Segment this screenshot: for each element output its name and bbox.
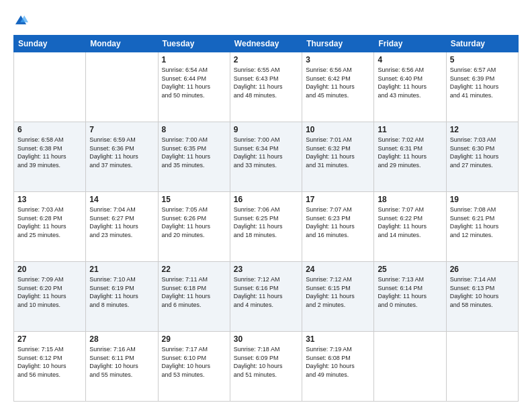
calendar-cell: 24Sunrise: 7:12 AM Sunset: 6:15 PM Dayli… [302, 262, 374, 332]
day-number: 7 [89, 125, 154, 134]
day-number: 25 [378, 265, 442, 274]
day-number: 12 [450, 125, 515, 134]
day-of-week-header: Thursday [302, 36, 374, 52]
day-detail: Sunrise: 7:04 AM Sunset: 6:27 PM Dayligh… [89, 205, 154, 239]
calendar-cell: 11Sunrise: 7:02 AM Sunset: 6:31 PM Dayli… [374, 122, 446, 192]
calendar-cell: 21Sunrise: 7:10 AM Sunset: 6:19 PM Dayli… [86, 262, 158, 332]
day-detail: Sunrise: 7:02 AM Sunset: 6:31 PM Dayligh… [378, 136, 442, 169]
day-number: 1 [162, 55, 226, 64]
day-number: 2 [234, 55, 298, 64]
header [13, 12, 519, 28]
day-detail: Sunrise: 7:07 AM Sunset: 6:22 PM Dayligh… [378, 205, 442, 239]
day-number: 20 [17, 265, 82, 274]
calendar-cell: 23Sunrise: 7:12 AM Sunset: 6:16 PM Dayli… [230, 262, 302, 332]
day-number: 5 [450, 55, 515, 64]
day-number: 11 [378, 125, 442, 134]
day-number: 14 [89, 195, 154, 204]
calendar-cell: 7Sunrise: 6:59 AM Sunset: 6:36 PM Daylig… [86, 122, 158, 192]
calendar-cell: 20Sunrise: 7:09 AM Sunset: 6:20 PM Dayli… [14, 262, 86, 332]
day-detail: Sunrise: 7:13 AM Sunset: 6:14 PM Dayligh… [378, 275, 442, 309]
day-number: 23 [234, 265, 298, 274]
calendar-cell [86, 52, 158, 122]
day-of-week-header: Wednesday [230, 36, 302, 52]
calendar-cell: 6Sunrise: 6:58 AM Sunset: 6:38 PM Daylig… [14, 122, 86, 192]
day-detail: Sunrise: 6:59 AM Sunset: 6:36 PM Dayligh… [89, 136, 154, 169]
day-number: 18 [378, 195, 442, 204]
day-detail: Sunrise: 6:54 AM Sunset: 6:44 PM Dayligh… [162, 66, 226, 99]
calendar-cell [374, 332, 446, 402]
day-detail: Sunrise: 7:17 AM Sunset: 6:10 PM Dayligh… [162, 345, 226, 379]
day-number: 30 [234, 334, 298, 344]
day-of-week-header: Sunday [14, 36, 86, 52]
calendar-cell: 5Sunrise: 6:57 AM Sunset: 6:39 PM Daylig… [446, 52, 518, 122]
calendar-week-row: 13Sunrise: 7:03 AM Sunset: 6:28 PM Dayli… [14, 192, 519, 262]
day-number: 21 [89, 265, 154, 274]
calendar-cell: 22Sunrise: 7:11 AM Sunset: 6:18 PM Dayli… [158, 262, 230, 332]
calendar-cell: 15Sunrise: 7:05 AM Sunset: 6:26 PM Dayli… [158, 192, 230, 262]
day-detail: Sunrise: 7:03 AM Sunset: 6:30 PM Dayligh… [450, 136, 515, 169]
calendar-cell: 14Sunrise: 7:04 AM Sunset: 6:27 PM Dayli… [86, 192, 158, 262]
day-detail: Sunrise: 7:01 AM Sunset: 6:32 PM Dayligh… [306, 136, 370, 169]
calendar-cell: 8Sunrise: 7:00 AM Sunset: 6:35 PM Daylig… [158, 122, 230, 192]
day-number: 31 [306, 334, 370, 344]
calendar-cell: 19Sunrise: 7:08 AM Sunset: 6:21 PM Dayli… [446, 192, 518, 262]
calendar-week-row: 20Sunrise: 7:09 AM Sunset: 6:20 PM Dayli… [14, 262, 519, 332]
calendar-week-row: 27Sunrise: 7:15 AM Sunset: 6:12 PM Dayli… [14, 332, 519, 402]
day-detail: Sunrise: 7:06 AM Sunset: 6:25 PM Dayligh… [234, 205, 298, 239]
day-detail: Sunrise: 7:16 AM Sunset: 6:11 PM Dayligh… [89, 345, 154, 379]
day-number: 19 [450, 195, 515, 204]
day-detail: Sunrise: 7:19 AM Sunset: 6:08 PM Dayligh… [306, 345, 370, 379]
day-number: 13 [17, 195, 82, 204]
calendar-cell: 31Sunrise: 7:19 AM Sunset: 6:08 PM Dayli… [302, 332, 374, 402]
day-detail: Sunrise: 7:05 AM Sunset: 6:26 PM Dayligh… [162, 205, 226, 239]
day-detail: Sunrise: 7:03 AM Sunset: 6:28 PM Dayligh… [17, 205, 82, 239]
calendar-cell: 3Sunrise: 6:56 AM Sunset: 6:42 PM Daylig… [302, 52, 374, 122]
calendar-cell: 12Sunrise: 7:03 AM Sunset: 6:30 PM Dayli… [446, 122, 518, 192]
day-number: 8 [162, 125, 226, 134]
calendar-cell [14, 52, 86, 122]
calendar-week-row: 6Sunrise: 6:58 AM Sunset: 6:38 PM Daylig… [14, 122, 519, 192]
calendar-cell: 16Sunrise: 7:06 AM Sunset: 6:25 PM Dayli… [230, 192, 302, 262]
day-detail: Sunrise: 7:09 AM Sunset: 6:20 PM Dayligh… [17, 275, 82, 309]
calendar-cell [446, 332, 518, 402]
day-detail: Sunrise: 6:58 AM Sunset: 6:38 PM Dayligh… [17, 136, 82, 169]
day-detail: Sunrise: 7:11 AM Sunset: 6:18 PM Dayligh… [162, 275, 226, 309]
day-of-week-header: Monday [86, 36, 158, 52]
calendar-header-row: SundayMondayTuesdayWednesdayThursdayFrid… [14, 36, 519, 52]
calendar-cell: 1Sunrise: 6:54 AM Sunset: 6:44 PM Daylig… [158, 52, 230, 122]
day-detail: Sunrise: 7:10 AM Sunset: 6:19 PM Dayligh… [89, 275, 154, 309]
day-detail: Sunrise: 7:15 AM Sunset: 6:12 PM Dayligh… [17, 345, 82, 379]
calendar-cell: 13Sunrise: 7:03 AM Sunset: 6:28 PM Dayli… [14, 192, 86, 262]
day-number: 9 [234, 125, 298, 134]
day-detail: Sunrise: 7:00 AM Sunset: 6:35 PM Dayligh… [162, 136, 226, 169]
day-detail: Sunrise: 7:07 AM Sunset: 6:23 PM Dayligh… [306, 205, 370, 239]
day-detail: Sunrise: 7:18 AM Sunset: 6:09 PM Dayligh… [234, 345, 298, 379]
day-number: 27 [17, 334, 82, 344]
day-number: 16 [234, 195, 298, 204]
day-detail: Sunrise: 7:12 AM Sunset: 6:15 PM Dayligh… [306, 275, 370, 309]
calendar-cell: 4Sunrise: 6:56 AM Sunset: 6:40 PM Daylig… [374, 52, 446, 122]
logo-icon [13, 13, 28, 28]
calendar-cell: 10Sunrise: 7:01 AM Sunset: 6:32 PM Dayli… [302, 122, 374, 192]
calendar-cell: 26Sunrise: 7:14 AM Sunset: 6:13 PM Dayli… [446, 262, 518, 332]
day-number: 29 [162, 334, 226, 344]
day-of-week-header: Saturday [446, 36, 518, 52]
day-detail: Sunrise: 6:56 AM Sunset: 6:40 PM Dayligh… [378, 66, 442, 99]
calendar-cell: 29Sunrise: 7:17 AM Sunset: 6:10 PM Dayli… [158, 332, 230, 402]
calendar-cell: 2Sunrise: 6:55 AM Sunset: 6:43 PM Daylig… [230, 52, 302, 122]
day-number: 15 [162, 195, 226, 204]
calendar-cell: 17Sunrise: 7:07 AM Sunset: 6:23 PM Dayli… [302, 192, 374, 262]
calendar-cell: 25Sunrise: 7:13 AM Sunset: 6:14 PM Dayli… [374, 262, 446, 332]
day-detail: Sunrise: 7:12 AM Sunset: 6:16 PM Dayligh… [234, 275, 298, 309]
day-detail: Sunrise: 6:56 AM Sunset: 6:42 PM Dayligh… [306, 66, 370, 99]
day-number: 26 [450, 265, 515, 274]
page: SundayMondayTuesdayWednesdayThursdayFrid… [0, 0, 532, 411]
day-detail: Sunrise: 7:00 AM Sunset: 6:34 PM Dayligh… [234, 136, 298, 169]
calendar-cell: 28Sunrise: 7:16 AM Sunset: 6:11 PM Dayli… [86, 332, 158, 402]
day-number: 22 [162, 265, 226, 274]
calendar-cell: 9Sunrise: 7:00 AM Sunset: 6:34 PM Daylig… [230, 122, 302, 192]
calendar-week-row: 1Sunrise: 6:54 AM Sunset: 6:44 PM Daylig… [14, 52, 519, 122]
logo [13, 12, 31, 28]
calendar-cell: 30Sunrise: 7:18 AM Sunset: 6:09 PM Dayli… [230, 332, 302, 402]
day-number: 4 [378, 55, 442, 64]
